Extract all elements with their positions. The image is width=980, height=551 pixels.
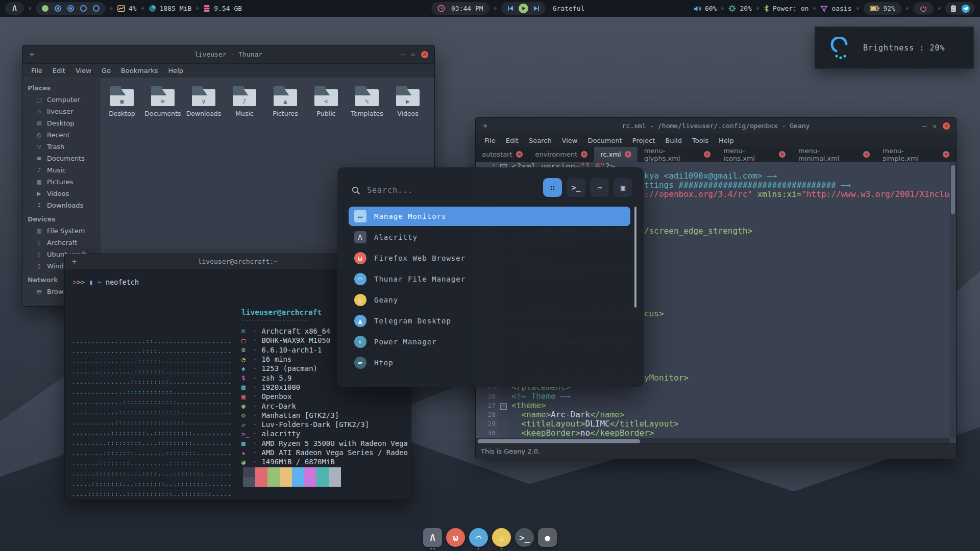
memory-module[interactable]: 1885 MiB [149, 5, 192, 12]
fold-marker[interactable] [499, 419, 507, 429]
disk-module[interactable]: 9.54 GB [203, 5, 242, 12]
sidebar-item[interactable]: ≡Documents [22, 153, 101, 164]
fold-marker[interactable] [499, 392, 507, 401]
menu-item[interactable]: File [480, 135, 500, 146]
power-button[interactable] [913, 2, 934, 15]
maximize-button[interactable]: ▫ [411, 51, 415, 58]
run-mode-button[interactable]: >_ [567, 178, 585, 197]
workspace-dot[interactable] [93, 5, 100, 12]
search-input[interactable]: Search... [367, 186, 413, 195]
app-list-item[interactable]: ▲ Telegram Desktop [349, 311, 630, 331]
thunar-titlebar[interactable]: + liveuser - Thunar – ▫ [22, 45, 434, 64]
maximize-button[interactable]: ▫ [933, 122, 937, 130]
dock-settings-icon[interactable]: ● [538, 528, 557, 550]
clock-module[interactable]: 03:44 PM [431, 2, 489, 15]
menu-item[interactable]: View [557, 135, 582, 146]
folder-item[interactable]: ≡ Documents [142, 84, 183, 117]
document-tab[interactable]: menu-glyphs.xml [638, 147, 718, 162]
brightness-module[interactable]: 20% [728, 5, 751, 12]
menu-item[interactable]: Search [524, 135, 556, 146]
folder-item[interactable]: ∨ Downloads [183, 84, 224, 117]
volume-module[interactable]: 60% [694, 5, 717, 12]
app-list-item[interactable]: ≈ Htop [349, 353, 630, 372]
app-list-item[interactable]: Λ Alacritty [349, 228, 630, 247]
document-tab[interactable]: environment [529, 147, 595, 162]
sidebar-item[interactable]: ▶Videos [22, 188, 101, 199]
sidebar-item[interactable]: Places [22, 82, 101, 94]
folder-item[interactable]: ✎ Templates [347, 84, 387, 117]
workspace-dot[interactable] [67, 5, 74, 12]
dock-terminal-icon[interactable]: >_ [515, 528, 534, 550]
app-list-item[interactable]: ♨ Geany [349, 290, 630, 310]
previous-track-icon[interactable] [507, 5, 514, 12]
scrollbar-thumb[interactable] [478, 439, 640, 443]
menu-item[interactable]: Build [660, 135, 687, 146]
menu-item[interactable]: File [27, 65, 47, 76]
brightness-notification[interactable]: Brightness : 20% [815, 27, 974, 69]
sidebar-item[interactable]: ↧Downloads [22, 199, 101, 211]
sidebar-item[interactable]: ▥File System [22, 225, 101, 237]
app-list-item[interactable]: ▭ Manage Monitors [349, 207, 630, 226]
sidebar-item[interactable]: Devices [22, 213, 101, 225]
minimize-button[interactable]: – [401, 51, 405, 58]
menu-item[interactable]: Help [714, 135, 739, 146]
app-list-item[interactable]: ω Firefox Web Browser [349, 248, 630, 268]
tab-close-icon[interactable] [943, 151, 949, 158]
search-bar[interactable]: Search... [352, 186, 413, 195]
tab-close-icon[interactable] [863, 151, 870, 158]
folder-item[interactable]: ♪ Music [224, 84, 265, 117]
clipboard-tray-icon[interactable] [950, 5, 957, 12]
workspace-dot[interactable] [42, 5, 48, 12]
telegram-tray-icon[interactable] [962, 5, 970, 13]
menu-item[interactable]: View [71, 65, 96, 76]
sidebar-item[interactable]: ⌂liveuser [22, 106, 101, 117]
menu-item[interactable]: Bookmarks [116, 65, 163, 76]
fold-marker[interactable] [499, 401, 507, 410]
play-button[interactable] [519, 4, 528, 13]
rofi-scrollbar[interactable] [634, 207, 636, 308]
document-tab[interactable]: menu-minimal.xml [792, 147, 876, 162]
bluetooth-module[interactable]: Power: on [764, 5, 808, 12]
sidebar-item[interactable]: ♪Music [22, 164, 101, 176]
menu-item[interactable]: Project [628, 135, 659, 146]
tab-close-icon[interactable] [625, 151, 631, 158]
windows-mode-button[interactable]: ▣ [614, 178, 632, 197]
sidebar-item[interactable]: ▦Pictures [22, 176, 101, 188]
sidebar-item[interactable]: ▯Archcraft [22, 237, 101, 248]
document-tab[interactable]: rc.xml [594, 147, 638, 162]
sidebar-item[interactable]: ▽Trash [22, 141, 101, 153]
next-track-icon[interactable] [533, 5, 540, 12]
minimize-button[interactable]: – [922, 122, 926, 130]
dock-alacritty-icon[interactable]: Λ [423, 528, 442, 550]
tab-close-icon[interactable] [581, 151, 587, 158]
document-tab[interactable]: autostart [476, 147, 529, 162]
sidebar-item[interactable]: ◴Recent [22, 129, 101, 141]
apps-mode-button[interactable]: ∷ [543, 178, 562, 197]
new-tab-button[interactable]: + [30, 50, 34, 59]
launcher-button[interactable]: Λ [5, 2, 24, 15]
menu-item[interactable]: Tools [688, 135, 713, 146]
network-module[interactable]: oasis [820, 5, 851, 12]
dock-thunar-icon[interactable]: ◠ [469, 528, 488, 550]
workspace-dot[interactable] [55, 5, 61, 12]
folder-item[interactable]: ▲ Pictures [265, 84, 306, 117]
document-tab[interactable]: menu-simple.xml [876, 147, 956, 162]
tab-close-icon[interactable] [516, 151, 523, 158]
dock-geany-icon[interactable]: ♨ [492, 528, 511, 550]
fold-marker[interactable] [499, 429, 507, 438]
close-button[interactable] [421, 51, 428, 58]
sidebar-item[interactable]: ▤Desktop [22, 117, 101, 129]
close-button[interactable] [943, 122, 950, 130]
sidebar-item[interactable]: ▢Computer [22, 94, 101, 106]
dock-firefox-icon[interactable]: ω [446, 528, 465, 550]
cpu-module[interactable]: 4% [117, 5, 137, 12]
tab-close-icon[interactable] [704, 151, 710, 158]
new-tab-button[interactable]: + [72, 257, 77, 266]
files-mode-button[interactable]: ▱ [590, 178, 609, 197]
app-list-item[interactable]: ⚡ Power Manager [349, 332, 630, 352]
menu-item[interactable]: Edit [48, 65, 70, 76]
workspace-dot[interactable] [80, 5, 87, 12]
document-tab[interactable]: menu-icons.xml [717, 147, 792, 162]
vertical-scrollbar[interactable] [950, 162, 956, 438]
menu-item[interactable]: Help [163, 65, 188, 76]
